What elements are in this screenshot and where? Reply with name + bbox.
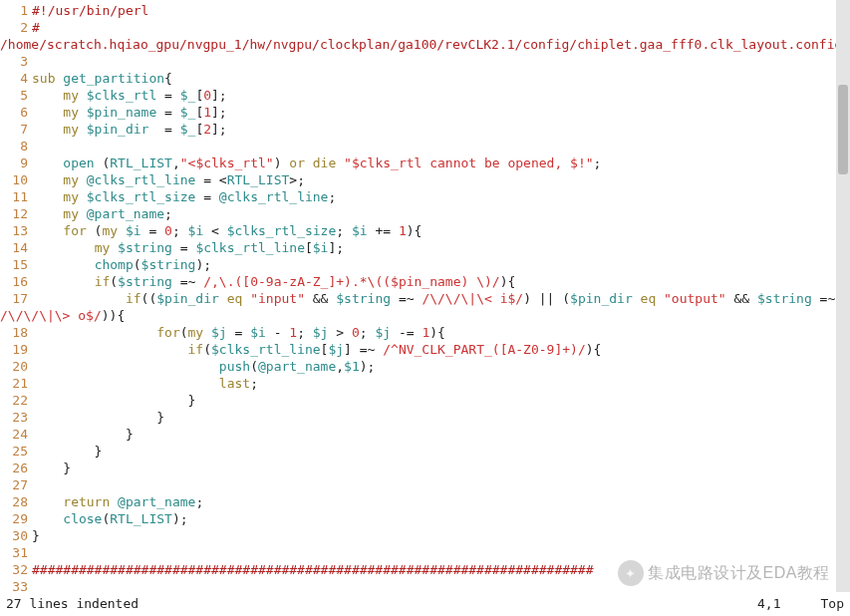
- code-content[interactable]: # /home/scratch.hqiao_gpu/nvgpu_1/hw/nvg…: [0, 20, 836, 52]
- status-bar: 27 lines indented 4,1 Top: [0, 592, 850, 616]
- line-number: 30: [0, 527, 32, 544]
- code-content[interactable]: }: [32, 461, 71, 475]
- line-number: 17: [0, 290, 32, 307]
- line-number: 29: [0, 510, 32, 527]
- code-line[interactable]: 30}: [0, 527, 836, 544]
- code-line[interactable]: 31: [0, 544, 836, 561]
- vertical-scrollbar[interactable]: [836, 0, 850, 592]
- code-line[interactable]: 20 push(@part_name,$1);: [0, 358, 836, 375]
- line-number: 20: [0, 358, 32, 375]
- code-content[interactable]: open (RTL_LIST,"<$clks_rtl") or die "$cl…: [32, 155, 601, 170]
- scroll-indicator: Top: [821, 592, 844, 616]
- line-number: 32: [0, 561, 32, 578]
- code-line[interactable]: 28 return @part_name;: [0, 493, 836, 510]
- code-content[interactable]: if($clks_rtl_line[$j] =~ /^NV_CLK_PART_(…: [32, 342, 601, 357]
- line-number: 10: [0, 171, 32, 188]
- code-content[interactable]: my $string = $clks_rtl_line[$i];: [32, 240, 344, 255]
- line-number: 4: [0, 70, 32, 87]
- line-number: 25: [0, 443, 32, 460]
- code-content[interactable]: }: [32, 393, 195, 408]
- code-content[interactable]: for(my $j = $i - 1; $j > 0; $j -= 1){: [32, 325, 445, 340]
- code-content[interactable]: ########################################…: [32, 562, 594, 577]
- code-line[interactable]: 4sub get_partition{: [0, 70, 836, 87]
- line-number: 15: [0, 256, 32, 273]
- code-content[interactable]: my @clks_rtl_line = <RTL_LIST>;: [32, 172, 305, 187]
- code-line[interactable]: 15 chomp($string);: [0, 256, 836, 273]
- line-number: 7: [0, 121, 32, 138]
- code-line[interactable]: 10 my @clks_rtl_line = <RTL_LIST>;: [0, 171, 836, 188]
- line-number: 16: [0, 273, 32, 290]
- code-content[interactable]: if(($pin_dir eq "input" && $string =~ /\…: [0, 291, 836, 323]
- code-line[interactable]: 33: [0, 578, 836, 592]
- code-content[interactable]: my @part_name;: [32, 206, 172, 221]
- code-line[interactable]: 22 }: [0, 392, 836, 409]
- code-line[interactable]: 19 if($clks_rtl_line[$j] =~ /^NV_CLK_PAR…: [0, 341, 836, 358]
- line-number: 24: [0, 426, 32, 443]
- code-line[interactable]: 7 my $pin_dir = $_[2];: [0, 121, 836, 138]
- line-number: 27: [0, 476, 32, 493]
- code-line[interactable]: 5 my $clks_rtl = $_[0];: [0, 87, 836, 104]
- code-content[interactable]: my $pin_name = $_[1];: [32, 105, 227, 120]
- line-number: 18: [0, 324, 32, 341]
- code-content[interactable]: if($string =~ /,\.([0-9a-zA-Z_]+).*\(($p…: [32, 274, 515, 289]
- line-number: 3: [0, 53, 32, 70]
- code-content[interactable]: return @part_name;: [32, 494, 203, 509]
- code-content[interactable]: last;: [32, 376, 258, 391]
- line-number: 23: [0, 409, 32, 426]
- code-content[interactable]: #!/usr/bin/perl: [32, 3, 148, 18]
- code-content[interactable]: my $clks_rtl = $_[0];: [32, 88, 227, 103]
- code-content[interactable]: push(@part_name,$1);: [32, 359, 375, 374]
- code-area[interactable]: 1#!/usr/bin/perl2# /home/scratch.hqiao_g…: [0, 0, 836, 592]
- line-number: 6: [0, 104, 32, 121]
- code-line[interactable]: 27: [0, 476, 836, 493]
- line-number: 8: [0, 138, 32, 154]
- code-line[interactable]: 9 open (RTL_LIST,"<$clks_rtl") or die "$…: [0, 154, 836, 171]
- code-line[interactable]: 3: [0, 53, 836, 70]
- code-line[interactable]: 6 my $pin_name = $_[1];: [0, 104, 836, 121]
- line-number: 11: [0, 188, 32, 205]
- code-line[interactable]: 23 }: [0, 409, 836, 426]
- code-line[interactable]: 8: [0, 138, 836, 154]
- code-line[interactable]: 14 my $string = $clks_rtl_line[$i];: [0, 239, 836, 256]
- code-line[interactable]: 16 if($string =~ /,\.([0-9a-zA-Z_]+).*\(…: [0, 273, 836, 290]
- line-number: 31: [0, 544, 32, 561]
- line-number: 22: [0, 392, 32, 409]
- editor-viewport: 1#!/usr/bin/perl2# /home/scratch.hqiao_g…: [0, 0, 850, 616]
- code-content[interactable]: my $clks_rtl_size = @clks_rtl_line;: [32, 189, 336, 204]
- cursor-position: 4,1: [757, 592, 780, 616]
- line-number: 13: [0, 222, 32, 239]
- line-number: 28: [0, 493, 32, 510]
- code-content[interactable]: }: [32, 427, 134, 442]
- code-line[interactable]: 12 my @part_name;: [0, 205, 836, 222]
- code-line[interactable]: 13 for (my $i = 0; $i < $clks_rtl_size; …: [0, 222, 836, 239]
- line-number: 9: [0, 154, 32, 171]
- code-content[interactable]: }: [32, 444, 102, 459]
- code-line[interactable]: 18 for(my $j = $i - 1; $j > 0; $j -= 1){: [0, 324, 836, 341]
- code-line[interactable]: 24 }: [0, 426, 836, 443]
- code-content[interactable]: }: [32, 410, 164, 425]
- line-number: 12: [0, 205, 32, 222]
- code-content[interactable]: chomp($string);: [32, 257, 211, 272]
- code-content[interactable]: my $pin_dir = $_[2];: [32, 122, 227, 137]
- code-line[interactable]: 25 }: [0, 443, 836, 460]
- line-number: 26: [0, 460, 32, 476]
- code-content[interactable]: }: [32, 528, 40, 543]
- code-line[interactable]: 2# /home/scratch.hqiao_gpu/nvgpu_1/hw/nv…: [0, 19, 836, 53]
- code-line[interactable]: 32######################################…: [0, 561, 836, 578]
- code-content[interactable]: sub get_partition{: [32, 71, 172, 86]
- code-line[interactable]: 29 close(RTL_LIST);: [0, 510, 836, 527]
- code-content[interactable]: for (my $i = 0; $i < $clks_rtl_size; $i …: [32, 223, 422, 238]
- line-number: 21: [0, 375, 32, 392]
- code-line[interactable]: 1#!/usr/bin/perl: [0, 2, 836, 19]
- line-number: 2: [0, 19, 32, 36]
- line-number: 5: [0, 87, 32, 104]
- line-number: 33: [0, 578, 32, 592]
- scrollbar-thumb[interactable]: [838, 85, 848, 174]
- line-number: 1: [0, 2, 32, 19]
- code-line[interactable]: 21 last;: [0, 375, 836, 392]
- code-line[interactable]: 26 }: [0, 460, 836, 476]
- code-content[interactable]: close(RTL_LIST);: [32, 511, 188, 526]
- code-line[interactable]: 11 my $clks_rtl_size = @clks_rtl_line;: [0, 188, 836, 205]
- line-number: 19: [0, 341, 32, 358]
- code-line[interactable]: 17 if(($pin_dir eq "input" && $string =~…: [0, 290, 836, 324]
